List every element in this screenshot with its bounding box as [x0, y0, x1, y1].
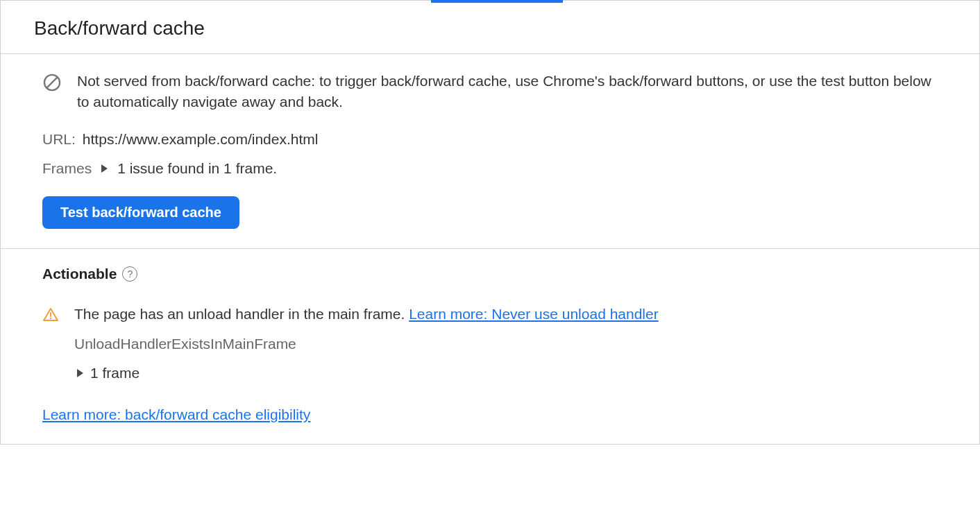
expand-triangle-icon: [77, 369, 83, 377]
expand-triangle-icon: [101, 164, 108, 173]
eligibility-learn-more-link[interactable]: Learn more: back/forward cache eligibili…: [42, 406, 310, 422]
url-row: URL: https://www.example.com/index.html: [42, 131, 938, 148]
not-served-icon: [42, 73, 62, 92]
frames-summary: 1 issue found in 1 frame.: [117, 160, 277, 177]
cache-status-message: Not served from back/forward cache: to t…: [77, 71, 938, 113]
help-icon[interactable]: ?: [122, 266, 137, 282]
cache-status-section: Not served from back/forward cache: to t…: [1, 54, 979, 249]
issue-frame-count: 1 frame: [90, 365, 140, 381]
test-bfcache-button[interactable]: Test back/forward cache: [42, 196, 239, 229]
section-header: Back/forward cache: [1, 0, 979, 54]
issue-code: UnloadHandlerExistsInMainFrame: [74, 336, 938, 352]
active-tab-indicator: [431, 0, 563, 3]
svg-point-3: [50, 318, 51, 319]
url-value: https://www.example.com/index.html: [83, 131, 319, 148]
issue-frame-expand[interactable]: 1 frame: [74, 365, 938, 381]
page-title: Back/forward cache: [34, 17, 946, 40]
actionable-heading: Actionable: [42, 266, 117, 282]
frames-row[interactable]: Frames 1 issue found in 1 frame.: [42, 160, 938, 177]
svg-line-1: [47, 77, 57, 87]
frames-label: Frames: [42, 160, 92, 177]
issue-description: The page has an unload handler in the ma…: [74, 306, 659, 322]
warning-triangle-icon: [42, 307, 59, 323]
issue-learn-more-link[interactable]: Learn more: Never use unload handler: [409, 306, 659, 322]
actionable-section: Actionable ? The page has an unload hand…: [1, 249, 979, 444]
url-label: URL:: [42, 131, 76, 148]
